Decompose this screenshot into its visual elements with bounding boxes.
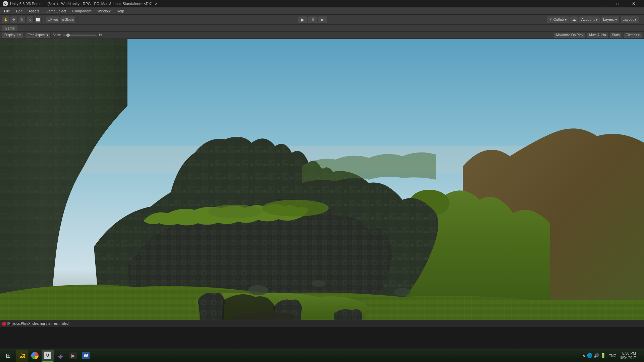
window-title: Unity 5.6.0f3 Personal (64bit) - World.u… <box>10 2 157 6</box>
terrain-scene <box>0 39 644 327</box>
aspect-label: Free Aspect <box>28 33 45 37</box>
title-left: U Unity 5.6.0f3 Personal (64bit) - World… <box>3 1 157 6</box>
mute-audio-label: Mute Audio <box>589 33 606 37</box>
network-icon[interactable]: 🌐 <box>587 353 592 358</box>
window-controls: ─ □ ✕ <box>594 0 641 7</box>
mute-audio-button[interactable]: Mute Audio <box>587 32 608 38</box>
transform-tools-group: ✋ ✥ ↻ ⤡ ⬜ <box>2 16 44 23</box>
gizmos-label: Gizmos ▾ <box>626 33 640 37</box>
pivot-icon: ⊙ <box>48 18 50 21</box>
taskbar-file-explorer[interactable]: 🗂 <box>16 350 28 362</box>
stats-button[interactable]: Stats <box>610 32 622 38</box>
error-icon: ! <box>2 322 6 326</box>
maximize-on-play-button[interactable]: Maximize On Play <box>554 32 586 38</box>
display-arrow-icon: ▾ <box>19 33 21 37</box>
battery-icon[interactable]: 🔋 <box>600 353 606 358</box>
menu-component[interactable]: Component <box>69 8 94 14</box>
game-controls-bar: Display 1 ▾ Free Aspect ▾ Scale 1x Maxim… <box>0 32 644 39</box>
language-indicator[interactable]: ENG <box>608 354 616 358</box>
layers-button[interactable]: Layers ▾ <box>601 16 620 23</box>
layers-label: Layers ▾ <box>603 17 617 22</box>
collab-check-icon: ✓ <box>549 17 552 22</box>
global-icon: ⊕ <box>62 18 64 21</box>
taskbar-tray: ∧ 🌐 🔊 🔋 ENG 5:30 PM 18/04/2017 <box>580 350 643 362</box>
display-selector[interactable]: Display 1 ▾ <box>2 32 23 38</box>
word-icon: W <box>82 352 90 359</box>
visual-studio-icon: ◈ <box>58 352 63 360</box>
clock-time: 5:30 PM <box>619 351 636 356</box>
step-button[interactable]: ⏭ <box>318 16 327 23</box>
sys-tray-icons: ∧ 🌐 🔊 🔋 <box>582 353 606 358</box>
pivot-label: Pivot <box>50 18 58 21</box>
scale-value: 1x <box>99 33 102 37</box>
pause-button[interactable]: ⏸ <box>308 16 317 23</box>
taskbar-unity[interactable]: U <box>42 350 54 362</box>
account-button[interactable]: Account ▾ <box>579 16 600 23</box>
layout-button[interactable]: Layout ▾ <box>620 16 639 23</box>
play-controls: ▶ ⏸ ⏭ <box>298 16 327 23</box>
taskbar-chrome[interactable] <box>29 350 41 362</box>
scale-slider[interactable] <box>63 35 97 36</box>
taskbar-media-player[interactable]: ▶ <box>67 350 79 362</box>
gizmos-button[interactable]: Gizmos ▾ <box>623 32 642 38</box>
menu-window[interactable]: Window <box>95 8 113 14</box>
tray-chevron[interactable]: ∧ <box>582 353 586 358</box>
aspect-arrow-icon: ▾ <box>47 33 48 37</box>
error-message: ! [Physics.PhysX] cleaning the mesh fail… <box>2 322 68 326</box>
minimize-button[interactable]: ─ <box>594 0 609 7</box>
svg-point-20 <box>248 285 268 295</box>
taskbar-visual-studio[interactable]: ◈ <box>54 350 66 362</box>
hand-tool-button[interactable]: ✋ <box>2 16 9 23</box>
global-label: Global <box>64 18 74 21</box>
move-tool-button[interactable]: ✥ <box>10 16 17 23</box>
right-game-controls: Maximize On Play Mute Audio Stats Gizmos… <box>554 32 642 38</box>
collab-label: Collab ▾ <box>553 17 567 22</box>
taskbar-apps: 🗂 U ◈ ▶ W <box>15 350 93 362</box>
global-button[interactable]: ⊕ Global <box>60 16 76 23</box>
volume-icon[interactable]: 🔊 <box>594 353 599 358</box>
game-tab[interactable]: Game <box>2 25 17 31</box>
rotate-tool-button[interactable]: ↻ <box>18 16 25 23</box>
pivot-button[interactable]: ⊙ Pivot <box>46 16 59 23</box>
close-button[interactable]: ✕ <box>626 0 641 7</box>
collab-button[interactable]: ✓ Collab ▾ <box>547 16 569 23</box>
chrome-icon <box>31 352 39 359</box>
stats-label: Stats <box>612 33 620 37</box>
toolbar: ✋ ✥ ↻ ⤡ ⬜ ⊙ Pivot ⊕ Global ▶ ⏸ ⏭ ✓ Colla… <box>0 15 644 25</box>
status-bar: ! [Physics.PhysX] cleaning the mesh fail… <box>0 320 644 327</box>
system-clock[interactable]: 5:30 PM 18/04/2017 <box>619 351 636 360</box>
scale-thumb <box>66 34 70 37</box>
media-player-icon: ▶ <box>69 352 77 359</box>
menu-file[interactable]: File <box>1 8 13 14</box>
svg-point-18 <box>262 200 329 217</box>
right-toolbar-group: ✓ Collab ▾ ☁ Account ▾ Layers ▾ Layout ▾ <box>547 16 641 23</box>
layout-label: Layout ▾ <box>623 17 637 22</box>
account-label: Account ▾ <box>581 17 598 22</box>
show-desktop-button[interactable] <box>639 350 640 362</box>
cloud-button[interactable]: ☁ <box>570 16 578 23</box>
unity-logo-icon: U <box>3 1 8 6</box>
file-explorer-icon: 🗂 <box>19 352 25 359</box>
start-button[interactable]: ⊞ <box>1 350 15 362</box>
scale-tool-button[interactable]: ⤡ <box>26 16 34 23</box>
error-text: [Physics.PhysX] cleaning the mesh failed <box>7 322 68 325</box>
svg-point-19 <box>208 205 262 218</box>
start-icon: ⊞ <box>6 352 11 359</box>
aspect-selector[interactable]: Free Aspect ▾ <box>25 32 50 38</box>
play-button[interactable]: ▶ <box>298 16 307 23</box>
svg-point-21 <box>312 280 325 287</box>
game-tab-label: Game <box>5 26 15 30</box>
maximize-button[interactable]: □ <box>610 0 625 7</box>
cloud-icon: ☁ <box>572 17 576 22</box>
menu-edit[interactable]: Edit <box>13 8 25 14</box>
taskbar: ⊞ 🗂 U ◈ ▶ W ∧ 🌐 🔊 🔋 <box>0 349 644 362</box>
menu-assets[interactable]: Assets <box>26 8 42 14</box>
title-bar: U Unity 5.6.0f3 Personal (64bit) - World… <box>0 0 644 7</box>
menu-help[interactable]: Help <box>114 8 127 14</box>
menu-gameobject[interactable]: GameObject <box>43 8 69 14</box>
rect-tool-button[interactable]: ⬜ <box>34 16 42 23</box>
game-view-header: Game <box>0 25 644 32</box>
clock-date: 18/04/2017 <box>619 356 636 360</box>
taskbar-word[interactable]: W <box>80 350 92 362</box>
unity-icon: U <box>44 352 51 359</box>
